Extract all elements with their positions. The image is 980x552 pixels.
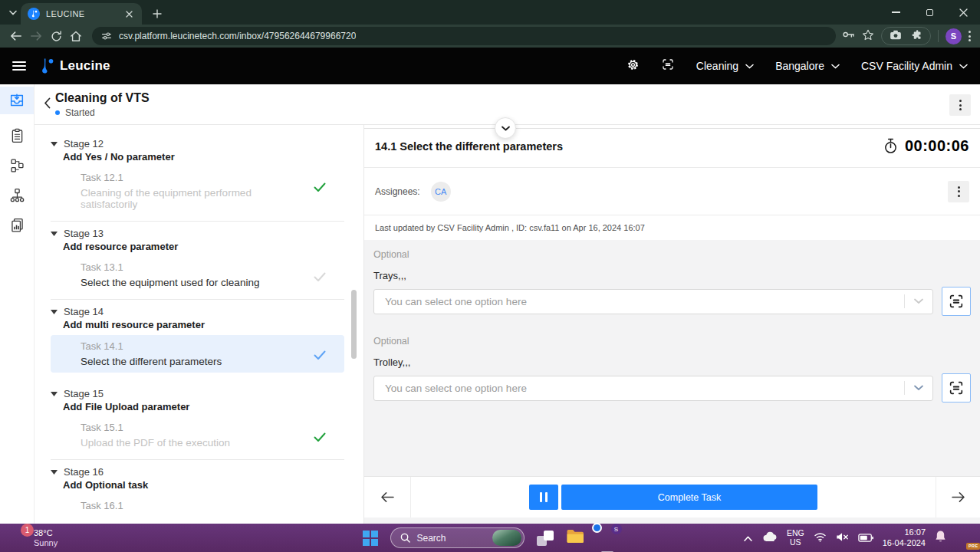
tab-close-icon[interactable] [123,8,135,20]
battery-icon[interactable] [858,531,873,545]
close-button[interactable] [946,0,980,25]
sidebar-item-workflows[interactable] [9,157,25,174]
windows-start-button[interactable] [363,531,378,546]
forward-button[interactable] [26,26,46,46]
task-number: Task 16.1 [81,500,298,511]
browser-menu-icon[interactable] [968,31,971,41]
hidden-icons-chevron[interactable] [743,531,753,545]
stage-12-header[interactable]: Stage 12 [51,138,344,150]
sidebar-item-hierarchy[interactable] [9,187,25,204]
chrome-taskbar-button[interactable]: S [597,527,618,548]
select-chevron[interactable] [905,298,932,304]
app-header-right: Cleaning Bangalore CSV Facility Admin [626,58,968,74]
browser-profile-avatar[interactable]: S [945,28,962,44]
stage-13-header[interactable]: Stage 13 [51,228,344,239]
home-button[interactable] [66,26,86,46]
toolbar-separator [938,30,939,42]
search-highlight-image[interactable] [492,530,521,546]
stage-16-header[interactable]: Stage 16 [51,466,344,478]
task-name: Cleaning of the equipment performed sati… [81,187,298,210]
maximize-button[interactable] [913,0,946,25]
bookmark-star-icon[interactable] [862,29,874,44]
task-name: Upload the PDF of the execution [81,437,298,449]
copilot-button[interactable]: PRE [955,529,974,547]
previous-task-button[interactable] [364,477,411,518]
url-bar[interactable]: csv.platform.leucinetech.com/inbox/47956… [92,27,836,45]
sun-icon: 1 [8,528,27,547]
use-case-dropdown[interactable]: Cleaning [696,60,754,72]
last-updated-row: Last updated by CSV Facility Admin , ID:… [364,215,980,240]
stage-14-header[interactable]: Stage 14 [51,306,344,317]
trays-select[interactable]: You can select one option here [373,289,933,314]
weather-text: 38°C Sunny [34,528,58,548]
collapse-task-button[interactable] [495,117,516,139]
parameters-form: Optional Trays,,, You can select one opt… [364,240,980,476]
stage-15-header[interactable]: Stage 15 [51,388,344,399]
window-controls [879,0,980,25]
select-chevron[interactable] [905,385,932,391]
chevron-down-icon [914,298,923,304]
assignee-avatar[interactable]: CA [431,182,451,202]
page-title: Cleaning of VTS [55,91,150,105]
facility-dropdown[interactable]: Bangalore [775,60,840,72]
complete-task-button[interactable]: Complete Task [561,485,817,510]
scan-resource-button[interactable] [942,287,971,316]
timer-value: 00:00:06 [905,137,969,155]
sidebar-item-inbox[interactable] [0,87,34,114]
role-dropdown[interactable]: CSV Facility Admin [861,60,968,72]
back-button[interactable] [6,26,26,46]
volume-muted-icon[interactable] [836,531,849,545]
leucine-favicon-icon [28,8,40,20]
pause-task-button[interactable] [529,485,558,510]
clock-widget[interactable]: 16:07 16-04-2024 [883,527,926,548]
page-options-button[interactable] [949,94,971,116]
extensions-puzzle-icon[interactable] [911,29,922,44]
stage-number: Stage 16 [64,466,104,478]
kebab-icon [958,186,960,197]
onedrive-cloud-icon[interactable] [762,531,778,545]
hamburger-menu-icon[interactable] [12,61,26,71]
trolley-select[interactable]: You can select one option here [373,376,933,401]
select-right [904,376,932,400]
new-tab-button[interactable] [150,7,164,21]
weather-widget[interactable]: 1 38°C Sunny [8,528,58,548]
tab-search-button[interactable] [5,6,21,19]
task-options-button[interactable] [948,181,969,202]
reload-button[interactable] [46,26,66,46]
stage-divider [51,459,344,460]
task-item-14-1-selected[interactable]: Task 14.1 Select the different parameter… [51,335,344,373]
scan-qr-icon[interactable] [661,58,675,74]
stage-list-panel[interactable]: Stage 12 Add Yes / No parameter Task 12.… [35,125,364,524]
language-indicator[interactable]: ENG US [787,529,804,547]
taskbar-search[interactable]: Search [390,527,525,548]
sidebar-item-reports[interactable] [9,217,25,234]
browser-titlebar: LEUCINE [0,0,980,25]
notification-bell-icon[interactable] [935,530,946,546]
next-task-button[interactable] [936,477,980,518]
scrollbar-thumb[interactable] [351,290,357,359]
task-number: Task 14.1 [81,340,298,352]
task-view-button[interactable] [537,531,554,546]
scan-resource-button[interactable] [942,373,971,402]
back-chevron-icon[interactable] [44,97,51,112]
task-item-13-1[interactable]: Task 13.1 Select the equipment used for … [81,261,344,294]
minimize-button[interactable] [879,0,913,25]
page-title-block: Cleaning of VTS Started [55,91,150,118]
browser-tab[interactable]: LEUCINE [21,3,142,25]
windows-taskbar: 1 38°C Sunny Search S [0,524,980,552]
screenshot-camera-icon[interactable] [890,29,902,43]
file-explorer-button[interactable] [566,528,585,547]
task-item-12-1[interactable]: Task 12.1 Cleaning of the equipment perf… [81,172,344,216]
wifi-icon[interactable] [814,531,827,545]
screen: LEUCINE csv. [0,0,980,552]
notification-count-badge: 1 [21,524,34,537]
chevron-down-icon [914,385,923,391]
taskbar-center: Search S [363,527,618,548]
collapse-triangle-icon [51,470,58,475]
settings-gear-icon[interactable] [626,58,640,74]
sidebar-item-checklists[interactable] [9,127,25,144]
task-item-15-1[interactable]: Task 15.1 Upload the PDF of the executio… [81,422,344,455]
task-item-16-1[interactable]: Task 16.1 [81,500,344,521]
stage-number: Stage 13 [64,228,104,239]
password-key-icon[interactable] [842,29,855,43]
